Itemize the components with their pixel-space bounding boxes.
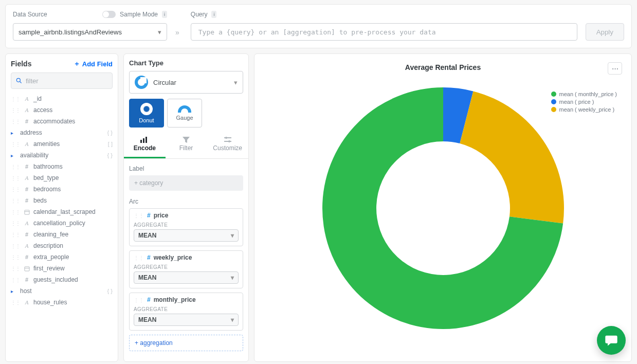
- field-row[interactable]: ▸host{ }: [9, 285, 115, 297]
- field-name: _id: [33, 95, 42, 102]
- donut-slice[interactable]: [460, 91, 564, 223]
- query-input[interactable]: Type a {query} or an [aggregation] to pr…: [191, 23, 577, 41]
- plus-icon: ＋: [74, 59, 80, 68]
- svg-rect-4: [24, 266, 29, 270]
- info-icon[interactable]: i: [162, 11, 167, 18]
- string-type-icon: A: [23, 107, 30, 113]
- drag-handle-icon[interactable]: ⋮⋮: [11, 187, 20, 192]
- chat-icon: [604, 333, 618, 348]
- chart-menu-button[interactable]: ⋯: [608, 62, 622, 75]
- field-row[interactable]: ⋮⋮#accommodates: [9, 116, 115, 127]
- field-row[interactable]: ⋮⋮Ahouse_rules: [9, 297, 115, 308]
- drag-handle-icon[interactable]: ⋮⋮: [11, 300, 20, 305]
- subtype-gauge[interactable]: Gauge: [167, 99, 202, 128]
- drag-handle-icon[interactable]: ⋮⋮: [11, 232, 20, 238]
- help-chat-button[interactable]: [597, 326, 626, 355]
- date-type-icon: [23, 266, 30, 271]
- search-icon: [15, 77, 23, 84]
- chevron-down-icon: ▾: [231, 316, 234, 323]
- field-row[interactable]: ⋮⋮Acancellation_policy: [9, 217, 115, 229]
- chevron-right-icon: »: [175, 28, 183, 41]
- subtype-gauge-label: Gauge: [176, 115, 193, 121]
- tab-encode[interactable]: Encode: [124, 133, 166, 158]
- aggregate-select[interactable]: MEAN▾: [134, 271, 239, 284]
- drag-handle-icon[interactable]: ⋮⋮: [11, 96, 20, 102]
- label-dropzone[interactable]: + category: [129, 175, 243, 191]
- field-row[interactable]: ⋮⋮calendar_last_scraped: [9, 206, 115, 217]
- apply-button[interactable]: Apply: [586, 23, 624, 41]
- field-row[interactable]: ▸availability{ }: [9, 150, 115, 161]
- drag-handle-icon[interactable]: ⋮⋮: [11, 277, 20, 283]
- field-row[interactable]: ⋮⋮Abed_type: [9, 172, 115, 184]
- legend-swatch: [551, 92, 556, 97]
- number-type-icon: #: [23, 186, 30, 192]
- field-row[interactable]: ⋮⋮Aaccess: [9, 104, 115, 116]
- tab-filter[interactable]: Filter: [166, 133, 207, 158]
- add-aggregation-button[interactable]: + aggregation: [129, 335, 243, 351]
- add-field-button[interactable]: ＋ Add Field: [74, 59, 113, 68]
- drag-handle-icon[interactable]: ⋮⋮: [11, 175, 20, 181]
- string-type-icon: A: [23, 96, 30, 102]
- field-row[interactable]: ⋮⋮#guests_included: [9, 274, 115, 285]
- chevron-down-icon: ▾: [231, 274, 234, 281]
- string-type-icon: A: [23, 141, 30, 147]
- arc-card[interactable]: ⋮⋮#priceAGGREGATEMEAN▾: [129, 208, 243, 246]
- field-name: cleaning_fee: [33, 231, 68, 238]
- field-row[interactable]: ⋮⋮Adescription: [9, 240, 115, 251]
- arc-list: ⋮⋮#priceAGGREGATEMEAN▾⋮⋮#weekly_priceAGG…: [129, 208, 243, 331]
- drag-handle-icon[interactable]: ⋮⋮: [11, 107, 20, 113]
- drag-handle-icon[interactable]: ⋮⋮: [134, 213, 144, 219]
- field-row[interactable]: ⋮⋮#cleaning_fee: [9, 229, 115, 240]
- field-row[interactable]: ⋮⋮#bathrooms: [9, 161, 115, 172]
- number-type-icon: #: [23, 231, 30, 238]
- brace-icon: { }: [107, 288, 113, 294]
- chevron-down-icon: ▾: [231, 232, 234, 239]
- tab-customize[interactable]: Customize: [207, 133, 248, 158]
- drag-handle-icon[interactable]: ⋮⋮: [11, 243, 20, 249]
- arc-card[interactable]: ⋮⋮#weekly_priceAGGREGATEMEAN▾: [129, 250, 243, 288]
- field-row[interactable]: ⋮⋮#bedrooms: [9, 184, 115, 195]
- field-name: bed_type: [33, 174, 59, 181]
- field-row[interactable]: ⋮⋮#beds: [9, 195, 115, 206]
- drag-handle-icon[interactable]: ⋮⋮: [11, 198, 20, 204]
- brace-icon: { }: [107, 130, 113, 136]
- field-name: bedrooms: [33, 186, 61, 193]
- drag-handle-icon[interactable]: ⋮⋮: [11, 164, 20, 170]
- field-row[interactable]: ⋮⋮first_review: [9, 263, 115, 274]
- string-type-icon: A: [23, 299, 30, 305]
- field-name: calendar_last_scraped: [33, 208, 96, 215]
- aggregate-select[interactable]: MEAN▾: [134, 229, 239, 242]
- field-row[interactable]: ⋮⋮Aamenities[ ]: [9, 138, 115, 150]
- legend-label: mean ( weekly_price ): [559, 106, 615, 113]
- subtype-donut[interactable]: Donut: [129, 99, 164, 128]
- tab-customize-label: Customize: [213, 144, 242, 152]
- drag-handle-icon[interactable]: ⋮⋮: [11, 141, 20, 147]
- drag-handle-icon[interactable]: ⋮⋮: [11, 266, 20, 271]
- data-source-label: Data Source: [13, 11, 47, 18]
- field-row[interactable]: ⋮⋮A_id: [9, 93, 115, 104]
- field-name: availability: [20, 152, 48, 159]
- aggregate-label: AGGREGATE: [134, 222, 239, 228]
- aggregate-select[interactable]: MEAN▾: [134, 314, 239, 326]
- sample-mode-toggle[interactable]: [102, 11, 116, 18]
- field-name: bathrooms: [33, 163, 63, 170]
- encode-tabs: Encode Filter Customize: [124, 133, 248, 159]
- info-icon[interactable]: i: [211, 11, 216, 18]
- chart-type-select[interactable]: Circular ▾: [129, 71, 243, 94]
- field-name: extra_people: [33, 253, 69, 261]
- number-type-icon: #: [23, 254, 30, 260]
- drag-handle-icon[interactable]: ⋮⋮: [134, 297, 144, 303]
- number-type-icon: #: [23, 163, 30, 170]
- fields-list[interactable]: ⋮⋮A_id⋮⋮Aaccess⋮⋮#accommodates▸address{ …: [6, 92, 118, 361]
- drag-handle-icon[interactable]: ⋮⋮: [134, 255, 144, 261]
- drag-handle-icon[interactable]: ⋮⋮: [11, 119, 20, 124]
- drag-handle-icon[interactable]: ⋮⋮: [11, 209, 20, 215]
- fields-filter-input[interactable]: filter: [11, 72, 113, 89]
- field-row[interactable]: ▸address{ }: [9, 127, 115, 138]
- arc-card[interactable]: ⋮⋮#monthly_priceAGGREGATEMEAN▾: [129, 293, 243, 331]
- field-row[interactable]: ⋮⋮#extra_people: [9, 251, 115, 263]
- circular-icon: [135, 76, 148, 89]
- drag-handle-icon[interactable]: ⋮⋮: [11, 254, 20, 260]
- data-source-select[interactable]: sample_airbnb.listingsAndReviews ▾: [13, 23, 167, 41]
- drag-handle-icon[interactable]: ⋮⋮: [11, 221, 20, 226]
